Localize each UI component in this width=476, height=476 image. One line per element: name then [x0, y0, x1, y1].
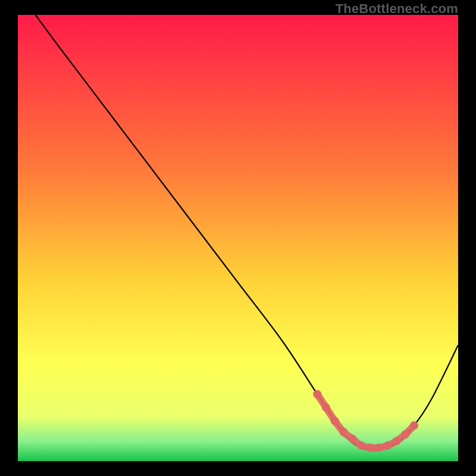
- highlight-dot: [392, 437, 400, 445]
- highlight-dot: [401, 430, 409, 439]
- highlight-dot: [384, 441, 392, 450]
- highlight-dot: [313, 390, 321, 399]
- chart-frame: [18, 15, 458, 461]
- highlight-dot: [410, 421, 418, 430]
- highlight-dot: [340, 428, 348, 436]
- chart-plot: [18, 15, 458, 461]
- chart-background: [18, 15, 458, 461]
- highlight-dot: [375, 444, 383, 452]
- highlight-dot: [322, 403, 330, 412]
- highlight-dot: [331, 417, 339, 425]
- watermark-label: TheBottleneck.com: [336, 1, 458, 17]
- highlight-dot: [357, 441, 365, 450]
- highlight-dot: [366, 444, 374, 452]
- highlight-dot: [348, 435, 356, 443]
